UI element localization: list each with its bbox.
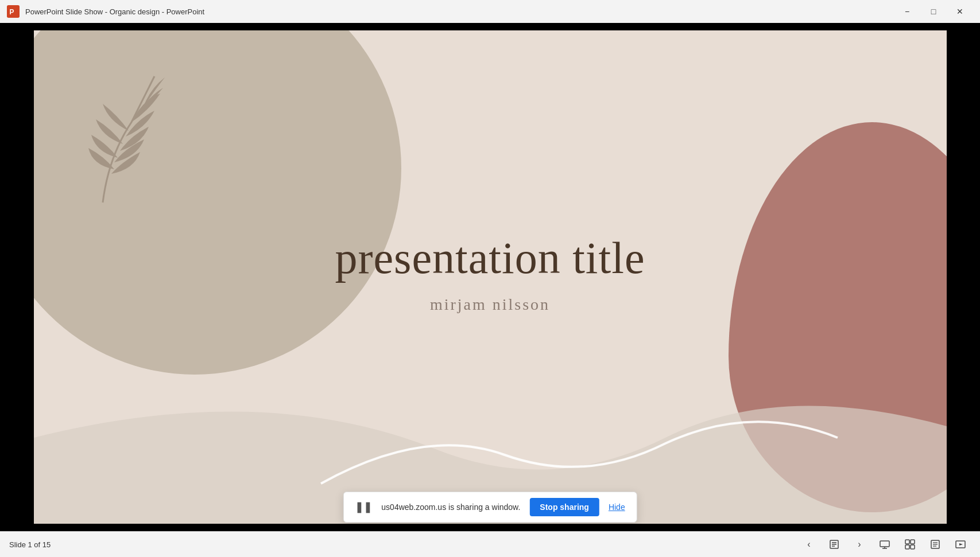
slide: presentation title mirjam nilsson [34,30,947,524]
notes-view-button[interactable] [824,534,845,555]
reading-view-button[interactable] [925,534,946,555]
stop-sharing-button[interactable]: Stop sharing [529,498,599,516]
slide-container: presentation title mirjam nilsson [0,23,980,531]
titlebar: P PowerPoint Slide Show - Organic design… [0,0,980,23]
prev-slide-button[interactable]: ‹ [799,534,819,555]
slide-content: presentation title mirjam nilsson [335,232,645,314]
close-button[interactable]: ✕ [947,0,973,23]
grid-icon [905,539,915,550]
pause-icon: ❚❚ [355,501,372,513]
leaf-decoration [57,42,206,214]
svg-rect-10 [911,540,915,544]
maximize-button[interactable]: □ [920,0,947,23]
sharing-notification-bar: ❚❚ us04web.zoom.us is sharing a window. … [343,492,637,523]
slide-subtitle: mirjam nilsson [335,295,645,314]
svg-text:P: P [10,8,14,16]
svg-rect-12 [911,545,915,549]
statusbar: Slide 1 of 15 ‹ › [0,531,980,557]
window-controls: − □ ✕ [894,0,973,23]
presenter-view-button[interactable] [874,534,895,555]
sharing-message: us04web.zoom.us is sharing a window. [381,503,520,512]
svg-rect-11 [905,545,909,549]
hide-button[interactable]: Hide [609,503,625,512]
powerpoint-logo: P [7,5,20,18]
presenter-icon [880,539,890,550]
navigation-controls: ‹ › [799,534,971,555]
slide-grid-button[interactable] [900,534,920,555]
slide-main-title: presentation title [335,232,645,284]
svg-rect-6 [880,541,889,547]
reading-icon [930,539,940,550]
svg-rect-9 [905,540,909,544]
slide-info: Slide 1 of 15 [9,540,51,549]
slideshow-button[interactable] [950,534,971,555]
slideshow-icon [955,539,966,550]
notes-icon [829,539,839,550]
window-title: PowerPoint Slide Show - Organic design -… [25,7,894,16]
svg-marker-18 [959,543,963,546]
next-slide-button[interactable]: › [849,534,870,555]
minimize-button[interactable]: − [894,0,920,23]
